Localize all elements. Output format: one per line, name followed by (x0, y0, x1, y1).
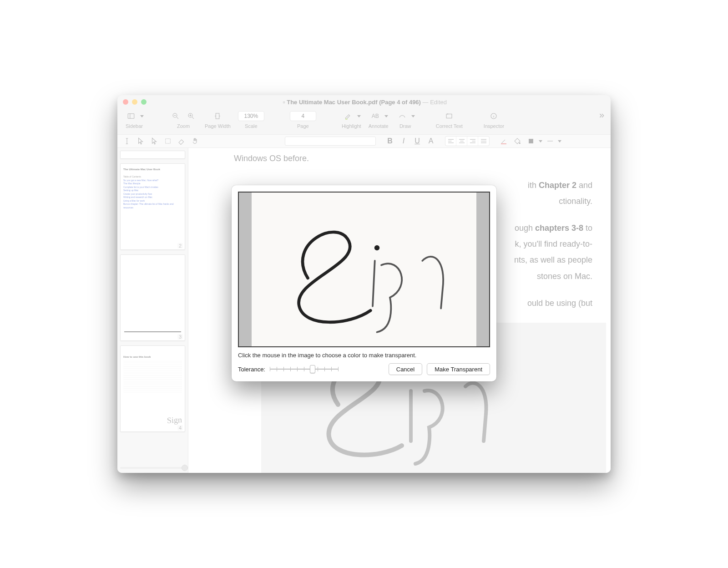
cancel-button[interactable]: Cancel (389, 363, 422, 375)
signature-preview-icon (252, 193, 476, 346)
instant-alpha-dialog: Click the mouse in the image to choose a… (232, 185, 496, 381)
tolerance-slider[interactable] (270, 365, 338, 374)
svg-point-36 (374, 245, 379, 250)
tolerance-label: Tolerance: (238, 366, 265, 373)
instant-alpha-instruction: Click the mouse in the image to choose a… (238, 352, 490, 359)
modal-layer: Click the mouse in the image to choose a… (117, 95, 611, 473)
instant-alpha-controls: Tolerance: Cancel Make Transparent (238, 363, 490, 375)
make-transparent-button[interactable]: Make Transparent (427, 363, 490, 375)
instant-alpha-canvas[interactable] (238, 192, 490, 347)
app-window: ▫︎ The Ultimate Mac User Book.pdf (Page … (117, 95, 611, 473)
